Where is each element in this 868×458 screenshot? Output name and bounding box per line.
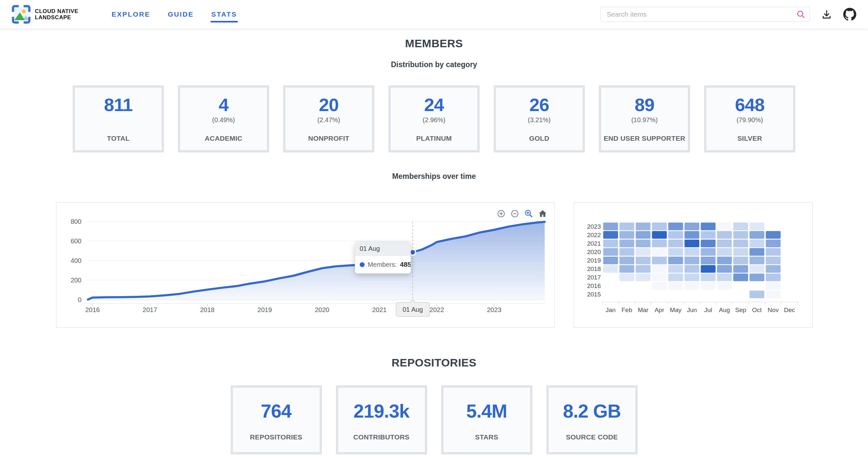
- stats-page: MEMBERS Distribution by category 811TOTA…: [0, 37, 868, 454]
- member-stat-cards-row: 811TOTAL4(0.49%)ACADEMIC20(2.47%)NONPROF…: [0, 85, 868, 153]
- stat-label: SILVER: [737, 134, 762, 142]
- top-nav-bar: CLOUD NATIVE LANDSCAPE EXPLOREGUIDESTATS: [0, 0, 868, 29]
- svg-text:2021: 2021: [587, 240, 601, 247]
- repo-stat-card: 8.2 GBSOURCE CODE: [547, 385, 638, 454]
- svg-text:Jun: Jun: [687, 306, 697, 314]
- svg-text:Feb: Feb: [622, 306, 632, 314]
- stat-value: 24: [424, 94, 444, 115]
- svg-text:400: 400: [71, 257, 82, 264]
- logo[interactable]: CLOUD NATIVE LANDSCAPE: [12, 5, 78, 24]
- stat-value: 648: [735, 94, 765, 115]
- stat-label: TOTAL: [107, 134, 130, 142]
- stat-percent: (10.97%): [631, 116, 657, 125]
- svg-text:Mar: Mar: [638, 306, 648, 314]
- logo-line1: CLOUD NATIVE: [35, 8, 78, 14]
- stat-label: END USER SUPPORTER: [604, 134, 685, 142]
- svg-text:2022: 2022: [587, 232, 601, 238]
- tooltip-value: 485: [400, 261, 411, 268]
- repo-stat-cards-row: 764REPOSITORIES219.3kCONTRIBUTORS5.4MSTA…: [0, 385, 868, 454]
- svg-text:Jul: Jul: [704, 306, 712, 314]
- member-stat-card: 89(10.97%)END USER SUPPORTER: [599, 85, 690, 153]
- main-nav: EXPLOREGUIDESTATS: [112, 10, 237, 18]
- svg-text:2023: 2023: [487, 306, 501, 314]
- stat-percent: (2.96%): [423, 116, 445, 125]
- member-stat-card: 4(0.49%)ACADEMIC: [178, 85, 269, 153]
- tooltip-date: 01 Aug: [355, 242, 410, 256]
- selection-zoom-icon[interactable]: [524, 209, 533, 218]
- stat-percent: (0.49%): [212, 116, 235, 125]
- memberships-chart-heading: Memberships over time: [0, 172, 868, 181]
- repo-stat-card: 5.4MSTARS: [441, 385, 532, 454]
- search-input[interactable]: [600, 7, 810, 22]
- repositories-section-title: REPOSITORIES: [0, 356, 868, 369]
- svg-text:2019: 2019: [257, 306, 272, 314]
- member-stat-card: 26(3.21%)GOLD: [494, 85, 585, 153]
- stat-label: NONPROFIT: [308, 134, 349, 142]
- stat-label: STARS: [475, 433, 498, 441]
- svg-text:2021: 2021: [372, 306, 387, 314]
- chart-toolbar: [497, 209, 547, 218]
- svg-text:Sep: Sep: [735, 306, 746, 314]
- stat-value: 20: [319, 94, 339, 115]
- member-stat-card: 648(79.90%)SILVER: [704, 85, 795, 153]
- nav-item-explore[interactable]: EXPLORE: [112, 10, 150, 18]
- svg-text:0: 0: [78, 296, 82, 303]
- svg-text:2017: 2017: [143, 306, 157, 314]
- svg-text:2016: 2016: [587, 283, 601, 289]
- members-section-title: MEMBERS: [0, 37, 868, 50]
- stat-value: 8.2 GB: [563, 400, 621, 422]
- download-button[interactable]: [821, 9, 832, 20]
- svg-text:2020: 2020: [587, 249, 601, 255]
- stat-label: CONTRIBUTORS: [353, 433, 409, 441]
- stat-value: 219.3k: [353, 400, 409, 422]
- stat-value: 89: [635, 94, 654, 115]
- zoom-in-icon[interactable]: [497, 209, 505, 218]
- svg-text:Apr: Apr: [655, 306, 664, 314]
- stat-value: 26: [529, 94, 549, 115]
- svg-text:2017: 2017: [587, 274, 601, 281]
- svg-text:Nov: Nov: [768, 306, 779, 314]
- svg-text:May: May: [670, 306, 682, 314]
- stat-value: 4: [219, 94, 228, 115]
- series-marker-dot: [360, 262, 365, 267]
- stat-value: 811: [104, 94, 132, 115]
- logo-line2: LANDSCAPE: [35, 14, 78, 21]
- heatmap-plot[interactable]: 202320222021202020192018201720162015JanF…: [574, 203, 812, 327]
- memberships-heatmap[interactable]: 202320222021202020192018201720162015JanF…: [574, 202, 813, 328]
- zoom-out-icon[interactable]: [510, 209, 519, 218]
- member-stat-card: 24(2.96%)PLATINUM: [389, 85, 479, 153]
- memberships-area-chart[interactable]: 0200400600800201620172018201920202021202…: [56, 202, 555, 328]
- member-stat-card: 811TOTAL: [73, 85, 164, 153]
- svg-text:2015: 2015: [587, 291, 601, 298]
- stat-percent: (2.47%): [317, 116, 340, 125]
- stat-value: 764: [261, 400, 291, 422]
- chart-tooltip: 01 Aug Members: 485: [355, 242, 411, 274]
- distribution-subtitle: Distribution by category: [0, 60, 868, 69]
- download-icon: [821, 9, 832, 20]
- tooltip-series-label: Members:: [368, 261, 397, 268]
- stat-label: GOLD: [529, 134, 549, 142]
- svg-text:Dec: Dec: [784, 306, 795, 314]
- stat-label: ACADEMIC: [205, 134, 242, 142]
- svg-text:Oct: Oct: [752, 306, 762, 314]
- landscape-logo-icon: [12, 5, 31, 24]
- nav-item-stats[interactable]: STATS: [212, 10, 237, 18]
- logo-text: CLOUD NATIVE LANDSCAPE: [35, 8, 78, 21]
- repo-stat-card: 219.3kCONTRIBUTORS: [336, 385, 427, 454]
- stat-label: PLATINUM: [416, 134, 452, 142]
- svg-text:800: 800: [71, 218, 82, 225]
- stat-label: SOURCE CODE: [566, 433, 618, 441]
- stat-percent: (3.21%): [528, 116, 551, 125]
- stat-label: REPOSITORIES: [250, 433, 302, 441]
- reset-home-icon[interactable]: [538, 209, 547, 218]
- svg-text:200: 200: [71, 276, 82, 284]
- svg-text:2019: 2019: [587, 257, 601, 264]
- svg-text:Jan: Jan: [606, 306, 616, 314]
- charts-row: 0200400600800201620172018201920202021202…: [0, 202, 868, 328]
- nav-item-guide[interactable]: GUIDE: [168, 10, 194, 18]
- svg-text:2016: 2016: [85, 306, 100, 314]
- area-plot[interactable]: 0200400600800201620172018201920202021202…: [56, 203, 554, 327]
- github-button[interactable]: [843, 8, 856, 21]
- svg-text:2018: 2018: [587, 265, 601, 272]
- svg-text:2018: 2018: [200, 306, 215, 314]
